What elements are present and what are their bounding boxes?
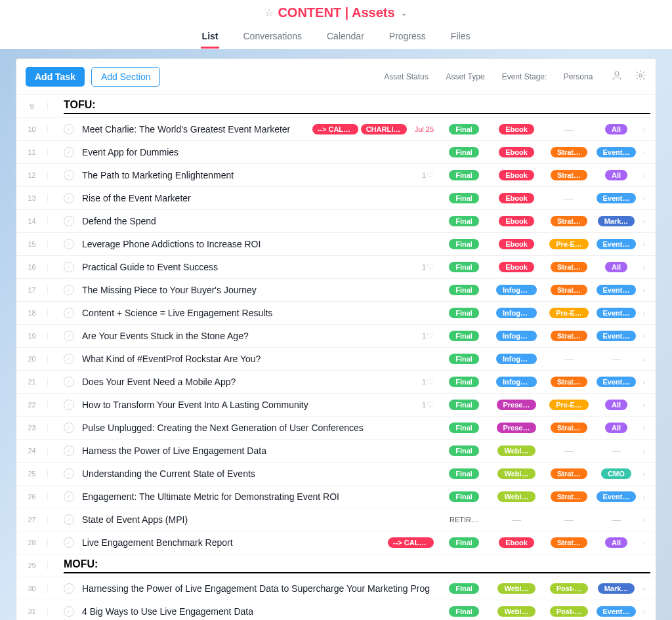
event-stage-cell[interactable]: Pre-E…	[543, 400, 595, 410]
row-detail-caret-icon[interactable]: ›	[637, 447, 650, 455]
asset-status-cell[interactable]: Final	[438, 331, 490, 341]
asset-type-cell[interactable]: Ebook	[490, 262, 543, 272]
like-count[interactable]: 1♡	[422, 171, 434, 180]
event-stage-cell[interactable]: Post-…	[543, 606, 595, 617]
row-detail-caret-icon[interactable]: ›	[637, 125, 650, 133]
asset-type-cell[interactable]: Ebook	[490, 170, 543, 180]
task-name[interactable]: Does Your Event Need a Mobile App?	[82, 377, 422, 387]
asset-type-cell[interactable]: Ebook	[490, 124, 543, 134]
asset-status-cell[interactable]: Final	[438, 468, 490, 479]
asset-status-cell[interactable]: Final	[438, 377, 490, 387]
complete-check-icon[interactable]	[64, 193, 74, 203]
persona-cell[interactable]: All	[595, 537, 637, 548]
asset-type-cell[interactable]: Webi…	[490, 606, 543, 617]
row-detail-caret-icon[interactable]: ›	[637, 401, 650, 409]
persona-cell[interactable]: Event…	[595, 331, 637, 341]
row-detail-caret-icon[interactable]: ›	[637, 217, 650, 225]
task-name[interactable]: The Missing Piece to Your Buyer's Journe…	[82, 285, 438, 295]
like-count[interactable]: 1♡	[422, 331, 434, 341]
event-stage-cell[interactable]: —	[543, 124, 595, 134]
event-stage-cell[interactable]: Pre-E…	[543, 308, 595, 318]
column-header-stage[interactable]: Event Stage:	[498, 72, 551, 81]
event-stage-cell[interactable]: —	[543, 354, 595, 364]
event-stage-cell[interactable]: Strat…	[543, 537, 595, 548]
asset-status-cell[interactable]: Final	[438, 262, 490, 272]
task-name[interactable]: Meet Charlie: The World's Greatest Event…	[82, 124, 312, 134]
row-detail-caret-icon[interactable]: ›	[637, 493, 650, 501]
event-stage-cell[interactable]: Strat…	[543, 262, 595, 272]
row-detail-caret-icon[interactable]: ›	[637, 539, 650, 547]
favorite-star-icon[interactable]: ☆	[264, 7, 274, 19]
event-stage-cell[interactable]: Strat…	[543, 377, 595, 387]
task-row[interactable]: 20What Kind of #EventProf Rockstar Are Y…	[16, 348, 656, 371]
event-stage-cell[interactable]: Strat…	[543, 170, 595, 180]
persona-cell[interactable]: Mark…	[595, 583, 637, 594]
event-stage-cell[interactable]: Strat…	[543, 491, 595, 502]
task-row[interactable]: 24Harness the Power of Live Engagement D…	[16, 440, 656, 463]
row-detail-caret-icon[interactable]: ›	[637, 470, 650, 478]
asset-type-cell[interactable]: Ebook	[490, 216, 543, 226]
task-row[interactable]: 14Defend the SpendFinalEbookStrat…Mark…›	[16, 210, 656, 233]
task-name[interactable]: Are Your Events Stuck in the Stone Age?	[82, 331, 422, 341]
event-stage-cell[interactable]: Strat…	[543, 331, 595, 341]
like-count[interactable]: 1♡	[422, 377, 434, 386]
task-row[interactable]: 12The Path to Marketing Enlightenment1♡F…	[16, 164, 656, 187]
task-row[interactable]: 25Understanding the Current State of Eve…	[16, 463, 656, 486]
complete-check-icon[interactable]	[64, 354, 74, 364]
title-dropdown-icon[interactable]: ⌄	[400, 8, 408, 18]
event-stage-cell[interactable]: Post-…	[543, 583, 595, 594]
asset-type-cell[interactable]: Webi…	[490, 583, 543, 594]
complete-check-icon[interactable]	[64, 331, 74, 341]
task-tag[interactable]: --> CALE…	[312, 124, 358, 134]
task-name[interactable]: What Kind of #EventProf Rockstar Are You…	[82, 354, 438, 364]
asset-status-cell[interactable]: RETIR…	[438, 516, 490, 524]
task-name[interactable]: Content + Science = Live Engagement Resu…	[82, 308, 438, 318]
task-name[interactable]: Leverage Phone Addictions to Increase RO…	[82, 239, 438, 249]
task-row[interactable]: 26Engagement: The Ultimate Metric for De…	[16, 486, 656, 508]
complete-check-icon[interactable]	[64, 445, 74, 456]
persona-cell[interactable]: Event…	[595, 491, 637, 502]
asset-type-cell[interactable]: Ebook	[490, 147, 543, 157]
asset-type-cell[interactable]: Infogr…	[490, 354, 543, 364]
task-row[interactable]: 28Live Engagement Benchmark Report--> CA…	[16, 531, 656, 554]
asset-status-cell[interactable]: Final	[438, 400, 490, 410]
task-row[interactable]: 19Are Your Events Stuck in the Stone Age…	[16, 325, 656, 348]
complete-check-icon[interactable]	[64, 216, 74, 226]
event-stage-cell[interactable]: Strat…	[543, 285, 595, 295]
row-detail-caret-icon[interactable]: ›	[637, 585, 650, 592]
row-detail-caret-icon[interactable]: ›	[637, 378, 650, 386]
task-name[interactable]: Understanding the Current State of Event…	[82, 468, 438, 479]
asset-type-cell[interactable]: —	[490, 514, 543, 525]
row-detail-caret-icon[interactable]: ›	[637, 240, 650, 248]
row-detail-caret-icon[interactable]: ›	[637, 516, 650, 524]
asset-status-cell[interactable]: Final	[438, 285, 490, 295]
task-row[interactable]: 18Content + Science = Live Engagement Re…	[16, 302, 656, 325]
task-name[interactable]: Pulse Unplugged: Creating the Next Gener…	[82, 423, 438, 433]
task-name[interactable]: Harnessing the Power of Live Engagement …	[82, 583, 438, 594]
complete-check-icon[interactable]	[64, 285, 74, 295]
column-header-persona[interactable]: Persona	[557, 72, 599, 81]
complete-check-icon[interactable]	[64, 537, 74, 548]
event-stage-cell[interactable]: Strat…	[543, 216, 595, 226]
asset-type-cell[interactable]: Infogr…	[490, 377, 543, 387]
task-tag[interactable]: --> CALE…	[388, 537, 434, 548]
task-row[interactable]: 21Does Your Event Need a Mobile App?1♡Fi…	[16, 371, 656, 394]
due-date[interactable]: Jul 25	[415, 125, 434, 133]
persona-cell[interactable]: All	[595, 400, 637, 410]
event-stage-cell[interactable]: Strat…	[543, 147, 595, 157]
column-header-status[interactable]: Asset Status	[380, 72, 432, 81]
asset-type-cell[interactable]: Infogr…	[490, 331, 543, 341]
asset-status-cell[interactable]: Final	[438, 583, 490, 594]
persona-cell[interactable]: All	[595, 423, 637, 433]
like-count[interactable]: 1♡	[422, 400, 434, 409]
task-name[interactable]: State of Event Apps (MPI)	[82, 514, 438, 525]
persona-cell[interactable]: Event…	[595, 239, 637, 249]
task-name[interactable]: Event App for Dummies	[82, 147, 438, 157]
asset-status-cell[interactable]: Final	[438, 491, 490, 502]
like-count[interactable]: 1♡	[422, 262, 434, 272]
persona-cell[interactable]: Event…	[595, 147, 637, 157]
persona-cell[interactable]: Event…	[595, 285, 637, 295]
task-row[interactable]: 27State of Event Apps (MPI)RETIR…———›	[16, 508, 656, 531]
task-row[interactable]: 17The Missing Piece to Your Buyer's Jour…	[16, 279, 656, 302]
task-name[interactable]: 4 Big Ways to Use Live Engagement Data	[82, 606, 438, 617]
